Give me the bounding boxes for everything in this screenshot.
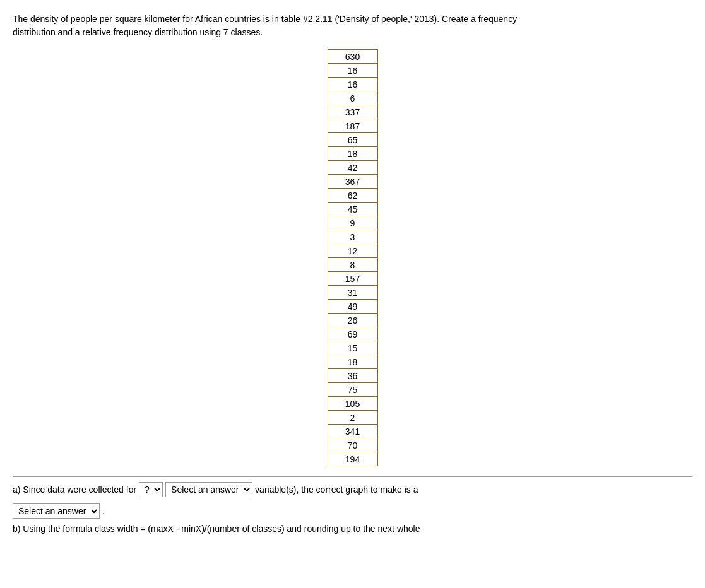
table-row: 367 xyxy=(328,175,377,189)
table-row: 18 xyxy=(328,147,377,161)
question-b-text: b) Using the formula class width = (maxX… xyxy=(13,524,420,534)
table-row: 15 xyxy=(328,341,377,355)
table-row: 36 xyxy=(328,369,377,383)
table-row: 45 xyxy=(328,203,377,216)
table-row: 26 xyxy=(328,314,377,327)
question-a: a) Since data were collected for ?123 Se… xyxy=(13,482,692,497)
data-table: 6301616633718765184236762459312815731492… xyxy=(328,49,378,466)
table-row: 105 xyxy=(328,397,377,411)
table-row: 3 xyxy=(328,230,377,244)
table-row: 341 xyxy=(328,425,377,438)
table-row: 31 xyxy=(328,286,377,300)
table-row: 49 xyxy=(328,300,377,314)
question-a-answer-row: Select an answerhistogrambar chartpie ch… xyxy=(13,503,692,519)
data-table-container: 6301616633718765184236762459312815731492… xyxy=(13,49,692,466)
table-row: 6 xyxy=(328,91,377,105)
question-a-suffix: variable(s), the correct graph to make i… xyxy=(255,485,418,495)
table-row: 194 xyxy=(328,452,377,466)
question-a-period: . xyxy=(102,506,105,516)
table-row: 18 xyxy=(328,355,377,369)
table-row: 16 xyxy=(328,64,377,78)
table-row: 75 xyxy=(328,383,377,397)
table-row: 2 xyxy=(328,411,377,425)
table-row: 42 xyxy=(328,161,377,175)
intro-text: The density of people per square kilomet… xyxy=(13,13,555,39)
table-row: 337 xyxy=(328,105,377,119)
table-row: 69 xyxy=(328,327,377,341)
table-row: 630 xyxy=(328,50,377,64)
table-row: 12 xyxy=(328,244,377,258)
table-row: 62 xyxy=(328,189,377,203)
question-a-answer-select[interactable]: Select an answerhistogrambar chartpie ch… xyxy=(13,503,100,519)
table-row: 65 xyxy=(328,133,377,147)
question-b: b) Using the formula class width = (maxX… xyxy=(13,524,692,534)
section-divider xyxy=(13,476,692,477)
table-row: 9 xyxy=(328,216,377,230)
table-row: 187 xyxy=(328,119,377,133)
question-a-dropdown1[interactable]: ?123 xyxy=(139,482,163,497)
question-a-dropdown2[interactable]: Select an answerquantitativequalitativec… xyxy=(165,482,252,497)
table-row: 16 xyxy=(328,78,377,91)
table-row: 8 xyxy=(328,258,377,272)
table-row: 70 xyxy=(328,438,377,452)
question-a-prefix: a) Since data were collected for xyxy=(13,485,136,495)
table-row: 157 xyxy=(328,272,377,286)
